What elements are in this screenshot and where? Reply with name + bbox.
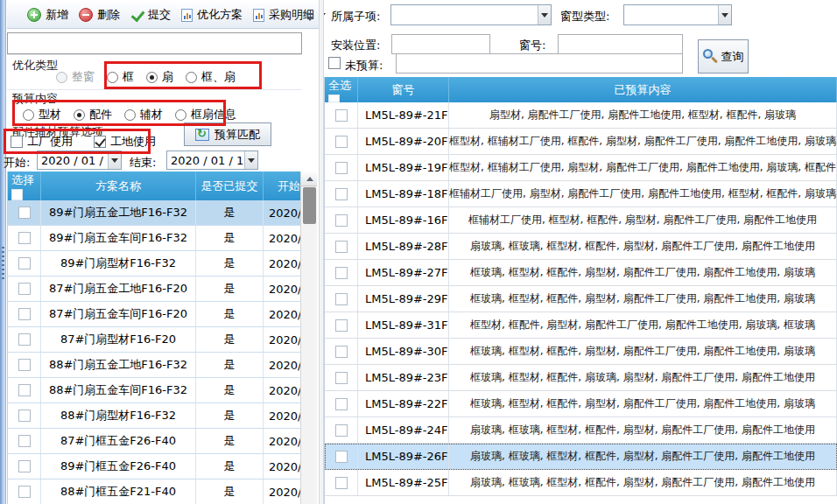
- toolbar-button[interactable]: 新增: [23, 4, 73, 25]
- window-row[interactable]: LM5L-89#-22F20 框玻璃, 框型材, 框配件, 扇型材, 扇配件工厂…: [325, 391, 837, 417]
- plan-row[interactable]: 88#门框五金F21-F40 是 2020/0: [8, 480, 301, 504]
- window-row[interactable]: LM5L-89#-26F24 扇玻璃, 框玻璃, 框型材, 框配件, 扇型材, …: [325, 444, 837, 470]
- row-checkbox[interactable]: [18, 384, 31, 396]
- toolbar-button[interactable]: 删除: [74, 4, 124, 25]
- end-date-dropdown-button[interactable]: [244, 151, 257, 169]
- radio-option[interactable]: 框扇信息: [175, 107, 236, 122]
- row-checkbox[interactable]: [335, 267, 348, 279]
- radio-option[interactable]: 配件: [74, 107, 112, 122]
- window-no-column-header[interactable]: 窗号: [358, 77, 449, 102]
- no-budget-input[interactable]: [396, 53, 683, 74]
- checkbox-option[interactable]: 工地使用: [94, 134, 156, 150]
- plan-row[interactable]: 88#门扇型材F16-F32 是 2020/0: [8, 403, 301, 429]
- plan-row[interactable]: 89#门扇五金工地F16-F32 是 2020/0: [8, 200, 301, 226]
- plan-row[interactable]: 88#门扇五金工地F16-F32 是 2020/0: [8, 353, 301, 378]
- checkbox-option[interactable]: 工厂使用: [11, 134, 73, 150]
- plan-table-scrollbar[interactable]: [300, 172, 317, 504]
- plan-row[interactable]: 89#门扇五金车间F16-F32 是 2020/0: [8, 226, 301, 251]
- row-checkbox[interactable]: [18, 460, 31, 472]
- row-checkbox[interactable]: [18, 486, 31, 498]
- plan-row[interactable]: 87#门扇型材F16-F20 是 2020/0: [8, 327, 301, 353]
- name-column-header[interactable]: 方案名称: [41, 172, 196, 200]
- splitter-grip[interactable]: [2, 247, 4, 280]
- sub-item-combobox[interactable]: [390, 4, 552, 25]
- window-type-dropdown-button[interactable]: [718, 5, 731, 24]
- collapsed-side-panel[interactable]: [0, 0, 6, 504]
- row-checkbox[interactable]: [335, 241, 348, 253]
- select-all-checkbox[interactable]: [328, 94, 340, 102]
- radio-option[interactable]: 框、扇: [186, 69, 236, 85]
- window-row[interactable]: LM5L-89#-27F25 框玻璃, 框型材, 框配件, 扇型材, 扇配件工厂…: [325, 260, 837, 286]
- row-checkbox[interactable]: [18, 435, 31, 447]
- row-checkbox[interactable]: [335, 451, 348, 463]
- window-row[interactable]: LM5L-89#-29F27 框玻璃, 框型材, 框配件, 扇型材, 扇配件工厂…: [325, 286, 837, 312]
- start-date-dropdown-button[interactable]: [108, 151, 121, 169]
- row-checkbox[interactable]: [335, 293, 348, 305]
- row-checkbox[interactable]: [335, 188, 348, 200]
- row-checkbox[interactable]: [335, 136, 348, 148]
- window-row[interactable]: LM5L-89#-28F26 扇玻璃, 框玻璃, 框型材, 框配件, 扇型材, …: [325, 234, 837, 260]
- plan-start-cell: 2020/0: [264, 226, 301, 250]
- row-checkbox[interactable]: [18, 308, 31, 320]
- plan-row[interactable]: 87#门扇五金工地F16-F20 是 2020/0: [8, 276, 301, 302]
- plan-row[interactable]: 89#门扇型材F16-F32 是 2020/0: [8, 251, 301, 276]
- budget-match-button[interactable]: 预算匹配: [184, 122, 271, 146]
- plan-row[interactable]: 88#门扇五金车间F16-F32 是 2020/0: [8, 378, 301, 403]
- budgeted-content-column-header[interactable]: 已预算内容: [449, 77, 837, 102]
- start-date-picker[interactable]: 2020 / 01 / 1: [37, 150, 122, 170]
- window-row[interactable]: LM5L-89#-16F15 框辅材工厂使用, 框型材, 框配件, 扇型材, 扇…: [325, 207, 837, 234]
- submitted-column-header[interactable]: 是否已提交: [196, 172, 264, 200]
- window-row[interactable]: LM5L-89#-18F16 框辅材工厂使用, 扇型材, 扇配件工厂使用, 扇配…: [325, 181, 837, 207]
- radio-option[interactable]: 框: [107, 69, 134, 85]
- end-date-picker[interactable]: 2020 / 01 / 13: [166, 150, 258, 170]
- plan-row[interactable]: 87#门框五金F26-F40 是 2020/0: [8, 429, 301, 454]
- plan-row[interactable]: 89#门框五金F26-F40 是 2020/0: [8, 454, 301, 480]
- row-checkbox[interactable]: [335, 477, 348, 489]
- install-pos-input[interactable]: [391, 34, 490, 54]
- no-budget-label: 未预算:: [345, 58, 383, 74]
- row-checkbox[interactable]: [335, 424, 348, 437]
- window-row[interactable]: LM5L-89#-19F17 框型材, 框辅材工厂使用, 扇型材, 扇配件工厂使…: [325, 155, 837, 181]
- row-checkbox[interactable]: [335, 109, 348, 122]
- toolbar-overflow-button[interactable]: [303, 8, 316, 25]
- window-no-input[interactable]: [558, 34, 683, 54]
- row-checkbox[interactable]: [18, 257, 31, 270]
- window-row[interactable]: LM5L-89#-23F21 框玻璃, 框型材, 框配件, 扇玻璃, 扇型材, …: [325, 365, 837, 391]
- window-type-combobox[interactable]: [623, 4, 732, 25]
- toolbar-button[interactable]: 优化方案: [177, 4, 247, 25]
- toolbar-button[interactable]: 提交: [126, 4, 175, 25]
- query-button[interactable]: 查询: [698, 39, 749, 74]
- window-row[interactable]: LM5L-89#-31F29 框型材, 框配件, 扇型材, 扇配件工厂使用, 扇…: [325, 312, 837, 339]
- select-all-checkbox[interactable]: [11, 189, 23, 200]
- row-checkbox[interactable]: [335, 346, 348, 358]
- row-checkbox[interactable]: [335, 162, 348, 174]
- budgeted-content-cell: 框型材, 框配件, 扇型材, 扇配件工厂使用, 扇配件工地使用, 扇玻璃, 框玻…: [449, 312, 837, 338]
- window-row[interactable]: LM5L-89#-20F18 框型材, 框辅材工厂使用, 框配件, 扇型材, 扇…: [325, 129, 837, 155]
- plan-row[interactable]: 87#门扇五金车间F16-F20 是 2020/0: [8, 302, 301, 327]
- row-checkbox[interactable]: [18, 333, 31, 346]
- row-checkbox[interactable]: [335, 319, 348, 332]
- row-checkbox[interactable]: [18, 206, 31, 219]
- sub-item-dropdown-button[interactable]: [538, 5, 551, 24]
- start-column-header[interactable]: 开始: [264, 172, 301, 200]
- radio-option[interactable]: 整窗: [56, 69, 95, 85]
- no-budget-checkbox[interactable]: [328, 57, 341, 69]
- window-row[interactable]: LM5L-89#-21F19 扇型材, 扇配件工厂使用, 扇配件工地使用, 框型…: [325, 102, 837, 129]
- window-row[interactable]: LM5L-89#-24F22 扇玻璃, 框玻璃, 框型材, 框配件, 扇型材, …: [325, 417, 837, 444]
- row-checkbox[interactable]: [18, 232, 31, 244]
- row-checkbox[interactable]: [335, 372, 348, 384]
- window-row[interactable]: LM5L-89#-25F23 扇玻璃, 框玻璃, 框型材, 框配件, 扇型材, …: [325, 470, 837, 496]
- scrollbar-thumb[interactable]: [303, 187, 316, 224]
- window-row[interactable]: LM5L-89#-30F28 框玻璃, 框型材, 框配件, 扇型材, 扇配件工厂…: [325, 339, 837, 365]
- plan-filter-input[interactable]: [7, 32, 302, 54]
- radio-option[interactable]: 辅材: [124, 107, 163, 122]
- radio-option[interactable]: 型材: [23, 107, 61, 122]
- row-checkbox[interactable]: [335, 398, 348, 410]
- scroll-up-button[interactable]: [301, 172, 317, 186]
- row-checkbox[interactable]: [18, 410, 31, 422]
- window-row-select-cell: [325, 234, 358, 259]
- radio-option[interactable]: 扇: [146, 69, 173, 85]
- row-checkbox[interactable]: [335, 214, 348, 227]
- row-checkbox[interactable]: [18, 359, 31, 371]
- row-checkbox[interactable]: [18, 283, 31, 295]
